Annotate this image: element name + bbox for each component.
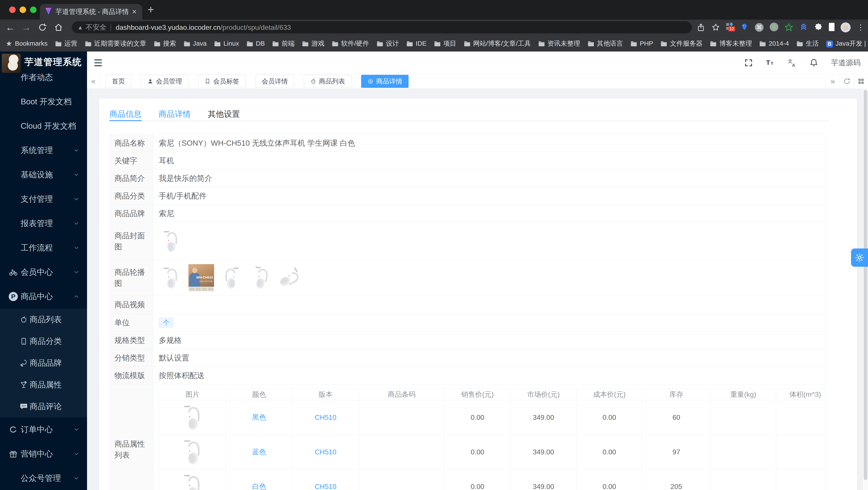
window-zoom-button[interactable] (30, 6, 36, 13)
sidebar-item[interactable]: 作者动态 (0, 65, 87, 90)
bookmark-folder[interactable]: 运营 (55, 39, 78, 48)
bookmark-folder[interactable]: Linux (214, 40, 239, 47)
sidebar-subitem[interactable]: 商品列表 (0, 309, 87, 330)
bookmark-folder[interactable]: 文件服务器 (660, 39, 703, 48)
bookmark-folder[interactable]: 生活 (797, 39, 819, 48)
sku-version-link[interactable]: CH510 (315, 483, 337, 490)
header-language-button[interactable]: 文A (787, 58, 797, 67)
bookmark-folder[interactable]: Java (184, 40, 207, 47)
sidebar-item[interactable]: 订单中心 (0, 417, 87, 442)
bookmark-folder[interactable]: 其他语言 (588, 39, 623, 48)
window-minimize-button[interactable] (20, 6, 26, 13)
page-scrollbar-thumb[interactable] (864, 90, 867, 480)
extension-reader[interactable] (829, 23, 835, 32)
page-tag[interactable]: 商品详情 (361, 75, 408, 88)
extension-balloon[interactable] (740, 23, 749, 32)
extension-record[interactable] (770, 23, 778, 32)
sku-version-link[interactable]: CH510 (315, 448, 337, 456)
bookmark-folder[interactable]: 近期需要读的文章 (85, 39, 146, 48)
sku-cell-version[interactable]: CH510 (292, 400, 359, 435)
sidebar-subitem[interactable]: 商品评论 (0, 396, 87, 417)
detail-tab[interactable]: 商品详情 (159, 108, 191, 121)
tagbar-refresh-button[interactable] (840, 74, 854, 89)
bookmark-folder[interactable]: IDE (406, 40, 427, 47)
menu-fold-icon[interactable] (93, 58, 103, 68)
header-bell-button[interactable] (809, 58, 818, 67)
extension-command[interactable]: ⌘ (755, 23, 764, 32)
bookmark-folder[interactable]: 软件/硬件 (332, 39, 369, 48)
tagbar-grid-button[interactable] (854, 74, 868, 89)
sidebar-item[interactable]: 工作流程 (0, 236, 87, 260)
sidebar-item[interactable]: 报表管理 (0, 211, 87, 236)
theme-settings-button[interactable] (851, 249, 868, 267)
bookmark-folder[interactable]: 前端 (272, 39, 294, 48)
bookmark-link[interactable]: BJava开发 | 小组首… (826, 39, 868, 48)
tagbar-double-right-button[interactable]: » (826, 74, 840, 89)
tab-close-icon[interactable]: × (132, 8, 136, 15)
sidebar-item[interactable]: Boot 开发文档 (0, 90, 87, 114)
sidebar-item[interactable]: Cloud 开发文档 (0, 114, 87, 138)
sku-color-link[interactable]: 蓝色 (252, 448, 266, 456)
extension-double-chevron[interactable] (799, 23, 808, 32)
detail-tab[interactable]: 商品信息 (110, 108, 142, 121)
browser-star-button[interactable] (711, 23, 720, 32)
sidebar-item[interactable]: 基础设施 (0, 163, 87, 187)
browser-forward-button[interactable]: → (18, 22, 34, 33)
browser-tab[interactable]: 芋道管理系统 - 商品详情 × (40, 4, 142, 20)
bookmark-folder[interactable]: DB (246, 40, 265, 47)
sidebar-subitem[interactable]: 商品品牌 (0, 352, 87, 374)
sidebar-item[interactable]: 营销中心 (0, 442, 87, 466)
sku-color-link[interactable]: 白色 (252, 482, 266, 490)
extension-extension-badge[interactable]: 12 (726, 22, 734, 33)
detail-tab[interactable]: 其他设置 (208, 108, 240, 121)
sku-cell-color[interactable]: 白色 (226, 469, 292, 490)
browser-back-button[interactable]: ← (2, 22, 18, 33)
window-close-button[interactable] (9, 6, 16, 13)
extension-green-star[interactable] (784, 23, 793, 32)
sku-color-link[interactable]: 黑色 (252, 413, 266, 421)
sidebar-item[interactable]: 系统管理 (0, 138, 87, 163)
bookmarks-root[interactable]: ★ Bookmarks (6, 39, 48, 48)
page-tag[interactable]: 商品列表 (304, 75, 351, 88)
browser-home-button[interactable] (51, 23, 67, 32)
bookmark-folder[interactable]: 项目 (434, 39, 456, 48)
sku-cell-color[interactable]: 蓝色 (226, 435, 292, 469)
header-username[interactable]: 芋道源码 (831, 58, 861, 68)
bookmark-folder[interactable]: 2014-4 (759, 40, 789, 47)
sidebar-item-label: 营销中心 (21, 449, 53, 459)
bookmark-folder[interactable]: 网站/博客/文章/工具 (464, 39, 531, 48)
page-tag[interactable]: 首页 (105, 75, 131, 88)
extension-avatar[interactable]: ☺ (841, 22, 850, 32)
new-tab-button[interactable]: + (148, 3, 154, 16)
desc-row: 商品名称索尼（SONY）WH-CH510 无线立体声耳机 学生网课 白色 (110, 134, 825, 152)
sidebar-item[interactable]: 公众号管理 (0, 466, 87, 490)
page-tag[interactable]: 会员标签 (198, 75, 246, 88)
page-tag[interactable]: 会员详情 (255, 75, 294, 88)
address-bar[interactable]: ▲ 不安全 dashboard-vue3.yudao.iocoder.cn /p… (72, 21, 692, 33)
header-fullscreen-button[interactable] (744, 58, 753, 67)
bookmark-folder[interactable]: 资讯未整理 (538, 39, 580, 48)
sku-version-link[interactable]: CH510 (315, 414, 337, 421)
sidebar-subitem[interactable]: 商品属性 (0, 374, 87, 396)
sidebar-subitem[interactable]: 商品分类 (0, 330, 87, 352)
sku-cell-color[interactable]: 黑色 (226, 400, 292, 435)
extension-kebab-menu[interactable]: ⋮ (857, 23, 865, 32)
page-tag[interactable]: 会员管理 (141, 75, 188, 88)
extension-puzzle[interactable] (814, 23, 823, 32)
browser-reload-button[interactable] (34, 23, 51, 32)
bookmark-folder[interactable]: PHP (630, 40, 653, 47)
sidebar-item-label: 作者动态 (21, 72, 53, 83)
sidebar-item[interactable]: 支付管理 (0, 187, 87, 211)
bookmark-folder[interactable]: 设计 (377, 39, 399, 48)
sidebar-item[interactable]: P商品中心 (0, 284, 87, 309)
sku-cell-version[interactable]: CH510 (292, 435, 359, 469)
bookmark-folder[interactable]: 搜索 (154, 39, 176, 48)
sidebar-item[interactable]: 会员中心 (0, 260, 87, 284)
tags-scroll-left-button[interactable]: « (87, 74, 100, 89)
browser-share-button[interactable] (696, 23, 705, 32)
bookmark-folder[interactable]: 游戏 (302, 39, 324, 48)
sku-cell-version[interactable]: CH510 (292, 469, 359, 490)
bookmark-folder[interactable]: 博客未整理 (710, 39, 752, 48)
header-font-size-button[interactable]: TT (766, 58, 775, 67)
sku-cell-image: SONY (159, 469, 226, 490)
